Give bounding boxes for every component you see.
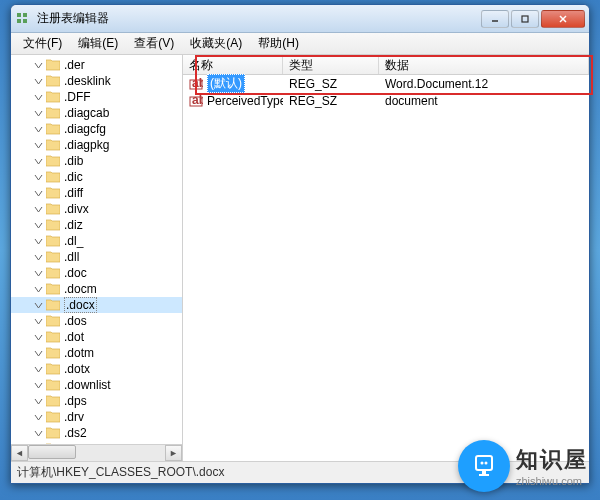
menu-view[interactable]: 查看(V) bbox=[126, 33, 182, 54]
tree-item[interactable]: .drv bbox=[11, 409, 182, 425]
expander-icon[interactable] bbox=[33, 188, 44, 199]
tree-item[interactable]: .diagcab bbox=[11, 105, 182, 121]
tree-item[interactable]: .desklink bbox=[11, 73, 182, 89]
expander-icon[interactable] bbox=[33, 332, 44, 343]
svg-rect-1 bbox=[23, 13, 27, 17]
expander-icon[interactable] bbox=[33, 380, 44, 391]
folder-icon bbox=[46, 315, 60, 327]
expander-icon[interactable] bbox=[33, 364, 44, 375]
menu-help[interactable]: 帮助(H) bbox=[250, 33, 307, 54]
expander-icon[interactable] bbox=[33, 396, 44, 407]
folder-icon bbox=[46, 75, 60, 87]
tree-item[interactable]: .diff bbox=[11, 185, 182, 201]
tree-item-label: .dotm bbox=[64, 346, 94, 360]
tree-item[interactable]: .doc bbox=[11, 265, 182, 281]
watermark: 知识屋 zhishiwu.com bbox=[458, 440, 588, 492]
list-body[interactable]: ab(默认)REG_SZWord.Document.12abPerceivedT… bbox=[183, 75, 589, 461]
expander-icon[interactable] bbox=[33, 108, 44, 119]
menu-favorites[interactable]: 收藏夹(A) bbox=[182, 33, 250, 54]
app-icon bbox=[15, 11, 31, 27]
svg-rect-5 bbox=[522, 16, 528, 22]
window-title: 注册表编辑器 bbox=[37, 10, 481, 27]
tree-item[interactable]: .dps bbox=[11, 393, 182, 409]
tree-hscrollbar[interactable]: ◄ ► bbox=[11, 444, 182, 461]
close-button[interactable] bbox=[541, 10, 585, 28]
expander-icon[interactable] bbox=[33, 172, 44, 183]
tree-item-label: .dotx bbox=[64, 362, 90, 376]
scroll-left-button[interactable]: ◄ bbox=[11, 445, 28, 461]
folder-icon bbox=[46, 123, 60, 135]
tree-item[interactable]: .divx bbox=[11, 201, 182, 217]
expander-icon[interactable] bbox=[33, 284, 44, 295]
tree-item[interactable]: .diagcfg bbox=[11, 121, 182, 137]
scroll-right-button[interactable]: ► bbox=[165, 445, 182, 461]
tree-item[interactable]: .dotx bbox=[11, 361, 182, 377]
tree-item[interactable]: .dib bbox=[11, 153, 182, 169]
tree-item[interactable]: .DFF bbox=[11, 89, 182, 105]
tree-item[interactable]: .der bbox=[11, 57, 182, 73]
tree-item[interactable]: .downlist bbox=[11, 377, 182, 393]
tree-item[interactable]: .diagpkg bbox=[11, 137, 182, 153]
header-data[interactable]: 数据 bbox=[379, 55, 589, 74]
tree-item[interactable]: .dic bbox=[11, 169, 182, 185]
svg-rect-2 bbox=[17, 19, 21, 23]
tree-item-label: .diff bbox=[64, 186, 83, 200]
tree-item-label: .dl_ bbox=[64, 234, 83, 248]
expander-icon[interactable] bbox=[33, 92, 44, 103]
tree-item-label: .dps bbox=[64, 394, 87, 408]
svg-rect-15 bbox=[482, 470, 486, 474]
scroll-thumb[interactable] bbox=[28, 445, 76, 459]
tree-item[interactable]: .dot bbox=[11, 329, 182, 345]
expander-icon[interactable] bbox=[33, 220, 44, 231]
list-row[interactable]: abPerceivedTypeREG_SZdocument bbox=[183, 92, 589, 109]
expander-icon[interactable] bbox=[33, 252, 44, 263]
tree-item-label: .downlist bbox=[64, 378, 111, 392]
expander-icon[interactable] bbox=[33, 316, 44, 327]
expander-icon[interactable] bbox=[33, 204, 44, 215]
expander-icon[interactable] bbox=[33, 236, 44, 247]
minimize-button[interactable] bbox=[481, 10, 509, 28]
tree-item[interactable]: .dos bbox=[11, 313, 182, 329]
list-header: 名称 类型 数据 bbox=[183, 55, 589, 75]
tree-item-label: .dot bbox=[64, 330, 84, 344]
expander-icon[interactable] bbox=[33, 412, 44, 423]
folder-icon bbox=[46, 155, 60, 167]
tree-item[interactable]: .ds2 bbox=[11, 425, 182, 441]
expander-icon[interactable] bbox=[33, 268, 44, 279]
tree-item[interactable]: .docx bbox=[11, 297, 182, 313]
value-name: PerceivedType bbox=[207, 94, 283, 108]
expander-icon[interactable] bbox=[33, 428, 44, 439]
tree-item[interactable]: .dl_ bbox=[11, 233, 182, 249]
menubar: 文件(F) 编辑(E) 查看(V) 收藏夹(A) 帮助(H) bbox=[11, 33, 589, 55]
menu-edit[interactable]: 编辑(E) bbox=[70, 33, 126, 54]
tree-scroll[interactable]: .der.desklink.DFF.diagcab.diagcfg.diagpk… bbox=[11, 55, 182, 444]
tree-item-label: .diagpkg bbox=[64, 138, 109, 152]
tree-item[interactable]: .diz bbox=[11, 217, 182, 233]
expander-icon[interactable] bbox=[33, 156, 44, 167]
expander-icon[interactable] bbox=[33, 60, 44, 71]
header-name[interactable]: 名称 bbox=[183, 55, 283, 74]
tree-item[interactable]: .docm bbox=[11, 281, 182, 297]
folder-icon bbox=[46, 395, 60, 407]
tree-item-label: .docm bbox=[64, 282, 97, 296]
expander-icon[interactable] bbox=[33, 76, 44, 87]
scroll-track[interactable] bbox=[28, 445, 165, 461]
tree-item[interactable]: .dotm bbox=[11, 345, 182, 361]
expander-icon[interactable] bbox=[33, 348, 44, 359]
cell-type: REG_SZ bbox=[283, 76, 379, 92]
maximize-button[interactable] bbox=[511, 10, 539, 28]
registry-tree: .der.desklink.DFF.diagcab.diagcfg.diagpk… bbox=[11, 55, 182, 444]
expander-icon[interactable] bbox=[33, 140, 44, 151]
folder-icon bbox=[46, 379, 60, 391]
folder-icon bbox=[46, 331, 60, 343]
list-row[interactable]: ab(默认)REG_SZWord.Document.12 bbox=[183, 75, 589, 92]
folder-icon bbox=[46, 59, 60, 71]
expander-icon[interactable] bbox=[33, 300, 44, 311]
menu-file[interactable]: 文件(F) bbox=[15, 33, 70, 54]
titlebar[interactable]: 注册表编辑器 bbox=[11, 5, 589, 33]
tree-item[interactable]: .dll bbox=[11, 249, 182, 265]
tree-pane: .der.desklink.DFF.diagcab.diagcfg.diagpk… bbox=[11, 55, 183, 461]
header-type[interactable]: 类型 bbox=[283, 55, 379, 74]
cell-name: ab(默认) bbox=[183, 73, 283, 94]
expander-icon[interactable] bbox=[33, 124, 44, 135]
